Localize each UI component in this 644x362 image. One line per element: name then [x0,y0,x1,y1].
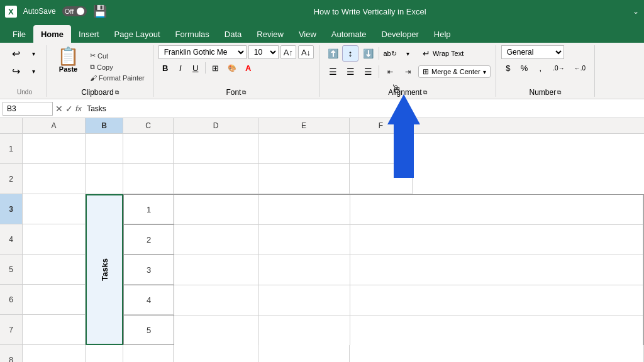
format-painter-button[interactable]: 🖌 Format Painter [87,73,148,83]
font-expand-icon[interactable]: ⧉ [242,89,246,96]
number-expand-icon[interactable]: ⧉ [557,89,561,96]
tab-data[interactable]: Data [217,25,249,43]
cell-a7[interactable] [23,315,86,345]
cancel-formula-icon[interactable]: ✕ [55,104,63,114]
cell-d6[interactable] [174,285,259,315]
align-middle-button[interactable]: ↕ [342,45,358,62]
align-right-button[interactable]: ☰ [360,63,376,80]
orient-text-button[interactable]: ab↻ [382,45,398,62]
cell-e7[interactable] [259,315,350,346]
cell-a5[interactable] [23,255,86,285]
tab-view[interactable]: View [291,25,324,43]
row-num-1[interactable]: 1 [0,134,22,164]
cell-d1[interactable] [174,134,258,164]
cell-b2[interactable] [86,164,123,194]
cell-e3[interactable] [259,195,350,225]
autosave-toggle[interactable]: Off [62,6,87,16]
cell-b8[interactable] [86,345,123,362]
font-color-button[interactable]: A [242,61,255,75]
row-num-5[interactable]: 5 [0,255,22,285]
cell-c3[interactable]: 1 [124,194,174,224]
cell-e8[interactable] [258,345,350,362]
align-center-button[interactable]: ☰ [342,63,358,80]
italic-button[interactable]: I [174,61,187,75]
align-left-button[interactable]: ☰ [325,63,341,80]
cell-f4[interactable] [350,225,643,255]
row-num-6[interactable]: 6 [0,285,22,315]
cell-f3[interactable] [350,195,643,225]
cell-a1[interactable] [23,134,86,164]
paste-button[interactable]: 📋 Paste [52,45,84,88]
col-header-c[interactable]: C [123,118,174,133]
undo-button[interactable]: ↩ [8,45,24,62]
tab-automate[interactable]: Automate [324,25,374,43]
cell-c2[interactable] [123,164,174,194]
cell-f6[interactable] [350,285,643,315]
clipboard-expand-icon[interactable]: ⧉ [115,89,119,96]
save-icon[interactable]: 💾 [93,4,107,18]
cell-f8[interactable] [350,345,644,362]
cell-d3[interactable] [174,195,259,225]
row-num-7[interactable]: 7 [0,315,22,345]
cell-a8[interactable] [23,345,86,362]
decrease-decimal-button[interactable]: .0→ [549,61,568,75]
decrease-indent-button[interactable]: ⇤ [382,63,398,80]
cell-e5[interactable] [259,255,350,285]
name-box[interactable]: B3 [3,102,53,116]
col-header-e[interactable]: E [258,118,350,133]
tab-review[interactable]: Review [249,25,291,43]
alignment-expand-icon[interactable]: ⧉ [423,89,427,96]
font-name-select[interactable]: Franklin Gothic Me [158,45,247,59]
row-num-8[interactable]: 8 [0,345,22,362]
row-num-2[interactable]: 2 [0,164,22,194]
increase-indent-button[interactable]: ⇥ [399,63,416,80]
row-num-4[interactable]: 4 [0,224,22,255]
decrease-font-size-button[interactable]: A↓ [298,45,314,59]
cell-d5[interactable] [174,255,259,285]
comma-button[interactable]: , [533,61,547,75]
cell-d7[interactable] [174,315,259,346]
tab-file[interactable]: File [5,25,33,43]
cell-e4[interactable] [259,225,350,255]
cell-d4[interactable] [174,225,259,255]
cell-d2[interactable] [174,164,258,194]
bold-button[interactable]: B [158,61,172,75]
currency-button[interactable]: $ [501,61,515,75]
col-header-d[interactable]: D [174,118,258,133]
tab-insert[interactable]: Insert [71,25,107,43]
cell-c1[interactable] [123,134,174,164]
cell-a3[interactable] [23,194,86,224]
tab-help[interactable]: Help [426,25,458,43]
align-bottom-button[interactable]: ⬇️ [360,45,376,62]
cell-f5[interactable] [350,255,643,285]
title-dropdown-icon[interactable]: ⌄ [633,7,639,16]
orient-dropdown[interactable]: ▾ [399,45,416,62]
col-header-b[interactable]: B [86,118,123,133]
tab-formulas[interactable]: Formulas [168,25,217,43]
col-header-a[interactable]: A [23,118,86,133]
cell-b1[interactable] [86,134,123,164]
cell-c8[interactable] [123,345,174,362]
font-size-select[interactable]: 10 [248,45,279,59]
redo-dropdown[interactable]: ▾ [25,63,42,79]
fill-color-button[interactable]: 🎨 [224,61,240,75]
merge-center-button[interactable]: ⊞ Merge & Center ▾ [418,65,491,78]
cell-c4[interactable]: 2 [124,224,174,255]
merge-dropdown-icon[interactable]: ▾ [483,69,486,75]
cell-a6[interactable] [23,285,86,315]
borders-button[interactable]: ⊞ [208,61,223,75]
cut-button[interactable]: ✂ Cut [87,50,148,61]
formula-input[interactable] [84,103,641,114]
increase-decimal-button[interactable]: ←.0 [570,61,589,75]
cell-c5[interactable]: 3 [124,255,174,285]
increase-font-size-button[interactable]: A↑ [280,45,296,59]
cell-e1[interactable] [258,134,350,164]
cell-b3-b7-merged[interactable]: Tasks [86,194,123,345]
cell-f7[interactable] [350,315,643,346]
copy-button[interactable]: ⧉ Copy [87,62,148,72]
cell-e6[interactable] [259,285,350,315]
redo-button[interactable]: ↪ [8,63,24,79]
tab-home[interactable]: Home [33,25,71,43]
underline-button[interactable]: U [189,61,203,75]
row-num-3[interactable]: 3 [0,194,22,224]
